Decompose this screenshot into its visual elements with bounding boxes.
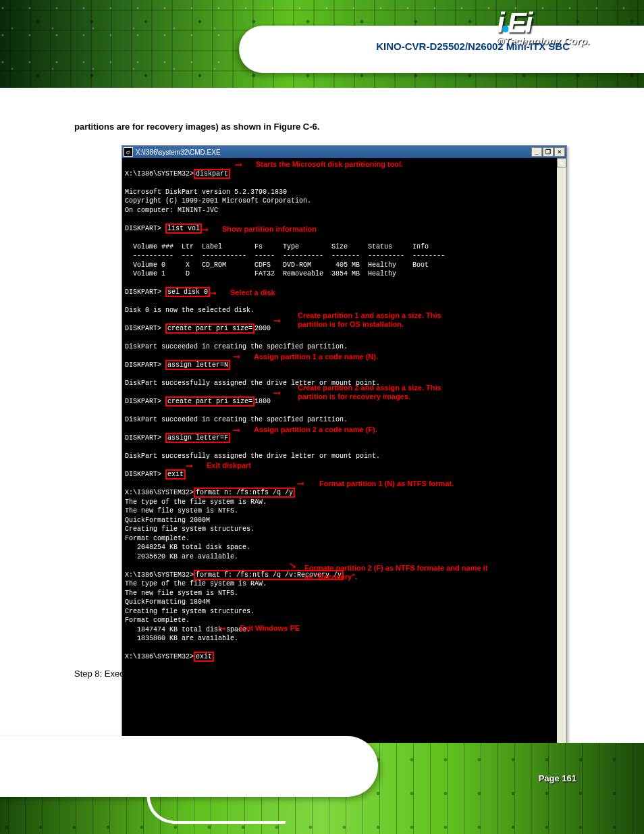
- arrow-icon: ⟶: [210, 287, 215, 300]
- titlebar-text: X:\I386\system32\CMD.EXE: [136, 149, 531, 156]
- logo-main: iEi: [497, 7, 590, 39]
- output-line: The type of the file system is RAW.: [125, 580, 267, 588]
- output-line: Format complete.: [125, 617, 190, 624]
- arrow-icon: ⟶: [234, 424, 239, 437]
- output-line: The new file system is NTFS.: [125, 590, 238, 597]
- output-line: Format complete.: [125, 535, 190, 542]
- table-header: Volume ### Ltr Label Fs Type Size Status…: [125, 243, 429, 251]
- cmd-listvol: list vol: [165, 224, 202, 234]
- header-title: KINO-CVR-D25502/N26002 Mini-ITX SBC: [376, 41, 570, 52]
- prompt: X:\I386\SYSTEM32>: [125, 170, 194, 178]
- section-intro: partitions are for recovery images) as s…: [74, 122, 319, 132]
- output-line: Creating file system structures.: [125, 525, 254, 533]
- arrow-icon: ⟶: [274, 315, 279, 328]
- output-line: QuickFormatting 2000M: [125, 517, 210, 524]
- prompt: DISKPART>: [125, 225, 165, 232]
- annotation: Show partition information: [222, 225, 317, 234]
- output-line: QuickFormatting 1804M: [125, 598, 210, 606]
- output-line: The type of the file system is RAW.: [125, 498, 267, 506]
- annotation: Format partition 1 (N) as NTFS format.: [319, 479, 454, 488]
- arrow-icon: ⟶: [186, 460, 192, 473]
- step-text: Step 8: Execute the following commands (…: [74, 665, 570, 683]
- arrow-icon: ⟶: [298, 477, 303, 490]
- output-line: The new file system is NTFS.: [125, 507, 238, 515]
- prompt: X:\I386\SYSTEM32>: [125, 571, 194, 579]
- annotation: Create partition 2 and assign a size. Th…: [298, 384, 460, 400]
- prompt: DISKPART>: [125, 325, 165, 332]
- output-line: Microsoft DiskPart version 5.2.3790.1830: [125, 188, 287, 196]
- prompt: X:\I386\SYSTEM32>: [125, 653, 194, 660]
- prompt: DISKPART>: [125, 471, 165, 478]
- prompt: DISKPART>: [125, 398, 165, 405]
- cmd-seldisk: sel disk 0: [165, 287, 210, 297]
- console: X:\I386\SYSTEM32>diskpart Microsoft Disk…: [122, 158, 566, 834]
- table-row: Volume 0 X CD_ROM CDFS DVD-ROM 405 MB He…: [125, 261, 429, 269]
- annotation: Formate partition 2 (F) as NTFS formate …: [304, 564, 493, 581]
- cmd-assign-f: assign letter=F: [165, 433, 230, 443]
- prompt: DISKPART>: [125, 434, 165, 442]
- figure-caption: Figure C-6: Diskpart Command Screen: [0, 638, 644, 648]
- arrow-icon: ⟶: [274, 387, 279, 400]
- titlebar: c\ X:\I386\system32\CMD.EXE _ ❐ ×: [122, 146, 566, 158]
- annotation: Exit Windows PE: [240, 624, 300, 633]
- output-line: 2048254 KB total disk space.: [125, 544, 250, 551]
- prompt: X:\I386\SYSTEM32>: [125, 489, 194, 496]
- prompt: DISKPART>: [125, 288, 165, 296]
- output-line: Creating file system structures.: [125, 608, 254, 615]
- close-button[interactable]: ×: [554, 147, 565, 157]
- minimize-button[interactable]: _: [531, 147, 542, 157]
- output-line: 1847474 KB total disk space.: [125, 626, 250, 633]
- annotation: Create partition 1 and assign a size. Th…: [298, 311, 453, 328]
- annotation: Starts the Microsoft disk partitioning t…: [256, 160, 403, 169]
- arrow-icon: ⟶: [236, 159, 241, 172]
- arrow-icon: ⟶: [202, 224, 207, 236]
- window-buttons: _ ❐ ×: [531, 147, 565, 157]
- restore-button[interactable]: ❐: [543, 147, 554, 157]
- output-line: Copyright (C) 1999-2001 Microsoft Corpor…: [125, 197, 311, 205]
- cmd-window: c\ X:\I386\system32\CMD.EXE _ ❐ × X:\I38…: [122, 145, 567, 834]
- scroll-up-icon[interactable]: ▴: [557, 158, 566, 167]
- page-number: Page 161: [539, 773, 576, 783]
- cmd-format-n: format n: /fs:ntfs /q /y: [194, 488, 295, 498]
- output-line: DiskPart succeeded in creating the speci…: [125, 343, 348, 350]
- prompt: DISKPART>: [125, 361, 165, 369]
- cmd-icon: c\: [124, 147, 133, 157]
- output-line: Disk 0 is now the selected disk.: [125, 307, 254, 314]
- table-sep: ---------- --- ----------- ----- -------…: [125, 252, 445, 259]
- arrow-icon: ⟶: [234, 350, 239, 363]
- cmd-create-part2: create part pri size=: [165, 396, 254, 407]
- annotation: Exit diskpart: [207, 461, 251, 470]
- annotation: Select a disk: [230, 288, 275, 297]
- table-row: Volume 1 D FAT32 Removeable 3854 MB Heal…: [125, 270, 396, 278]
- cmd-exit-winpe: exit: [194, 652, 214, 662]
- cmd-assign-n: assign letter=N: [165, 360, 230, 370]
- output-line: DiskPart successfully assigned the drive…: [125, 452, 380, 460]
- annotation: Assign partition 1 a code name (N).: [254, 353, 378, 361]
- output-line: 2035620 KB are available.: [125, 553, 238, 561]
- arrow-icon: ⟶: [219, 623, 225, 635]
- cmd-exit-diskpart: exit: [165, 469, 186, 479]
- cmd-diskpart: diskpart: [194, 169, 230, 179]
- annotation: Assign partition 2 a code name (F).: [254, 425, 377, 434]
- footer-swoosh: [0, 736, 378, 797]
- output-line: DiskPart succeeded in creating the speci…: [125, 416, 348, 423]
- cmd-create-part1: create part pri size=: [165, 323, 254, 334]
- output-line: On computer: MININT-JVC: [125, 207, 218, 214]
